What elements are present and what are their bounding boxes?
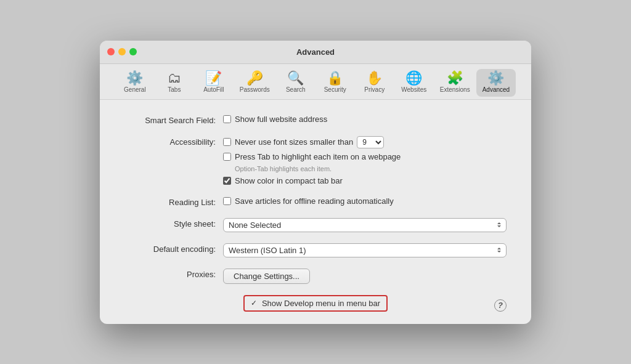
toolbar-label-websites: Websites: [401, 86, 426, 93]
font-size-label: Never use font sizes smaller than: [235, 137, 353, 147]
default-encoding-label: Default encoding:: [124, 243, 223, 254]
reading-list-row: Reading List: Save articles for offline …: [124, 196, 507, 207]
toolbar-item-security[interactable]: 🔒 Security: [316, 69, 355, 97]
toolbar: ⚙️ General 🗂 Tabs 📝 AutoFill 🔑 Passwords…: [100, 64, 531, 100]
offline-reading-label: Save articles for offline reading automa…: [235, 196, 394, 206]
advanced-icon: ⚙️: [487, 71, 504, 85]
general-icon: ⚙️: [126, 71, 143, 85]
maximize-button[interactable]: [129, 48, 137, 55]
toolbar-item-general[interactable]: ⚙️ General: [115, 69, 155, 97]
show-full-address-checkbox[interactable]: [223, 115, 231, 123]
smart-search-row: Smart Search Field: Show full website ad…: [124, 115, 507, 125]
toolbar-item-tabs[interactable]: 🗂 Tabs: [155, 69, 194, 97]
accessibility-label: Accessibility:: [124, 136, 223, 147]
toolbar-label-autofill: AutoFill: [203, 86, 224, 93]
preferences-window: Advanced ⚙️ General 🗂 Tabs 📝 AutoFill 🔑 …: [100, 41, 531, 324]
color-compact-checkbox[interactable]: [223, 177, 231, 185]
title-bar: Advanced: [100, 41, 531, 64]
default-encoding-select[interactable]: Western (ISO Latin 1): [223, 243, 507, 257]
toolbar-label-tabs: Tabs: [168, 86, 181, 93]
offline-reading-row: Save articles for offline reading automa…: [223, 196, 507, 206]
accessibility-content: Never use font sizes smaller than 9 10 1…: [223, 136, 507, 185]
offline-reading-checkbox[interactable]: [223, 197, 231, 205]
toolbar-label-security: Security: [324, 86, 346, 93]
extensions-icon: 🧩: [447, 71, 463, 85]
show-full-address-label: Show full website address: [235, 115, 327, 124]
font-size-select[interactable]: 9 10 11 12: [357, 136, 384, 148]
style-sheet-content: None Selected: [223, 218, 507, 232]
passwords-icon: 🔑: [246, 71, 263, 85]
autofill-icon: 📝: [205, 71, 222, 85]
toolbar-item-advanced[interactable]: ⚙️ Advanced: [476, 69, 516, 97]
style-sheet-label: Style sheet:: [124, 218, 223, 229]
tabs-icon: 🗂: [168, 71, 181, 85]
develop-menu-label: Show Develop menu in menu bar: [262, 299, 380, 308]
toolbar-label-extensions: Extensions: [440, 86, 470, 93]
toolbar-label-general: General: [124, 86, 146, 93]
show-full-address-row: Show full website address: [223, 115, 507, 124]
websites-icon: 🌐: [405, 71, 422, 85]
settings-content: Smart Search Field: Show full website ad…: [100, 100, 531, 324]
toolbar-item-privacy[interactable]: ✋ Privacy: [355, 69, 394, 97]
develop-menu-row: ✓ Show Develop menu in menu bar ?: [124, 295, 507, 312]
color-compact-row: Show color in compact tab bar: [223, 176, 507, 185]
press-tab-label: Press Tab to highlight each item on a we…: [235, 152, 401, 161]
toolbar-label-advanced: Advanced: [482, 86, 510, 93]
traffic-lights: [107, 48, 137, 55]
reading-list-content: Save articles for offline reading automa…: [223, 196, 507, 206]
press-tab-row: Press Tab to highlight each item on a we…: [223, 152, 507, 161]
change-settings-button[interactable]: Change Settings...: [223, 269, 310, 284]
default-encoding-content: Western (ISO Latin 1): [223, 243, 507, 257]
help-button[interactable]: ?: [494, 299, 507, 312]
press-tab-checkbox[interactable]: [223, 153, 231, 161]
minimize-button[interactable]: [118, 48, 126, 55]
window-title: Advanced: [296, 47, 335, 57]
default-encoding-row: Default encoding: Western (ISO Latin 1): [124, 243, 507, 257]
develop-checkbox-container: ✓ Show Develop menu in menu bar: [243, 295, 388, 312]
toolbar-label-privacy: Privacy: [364, 86, 385, 93]
develop-checkmark: ✓: [251, 299, 257, 307]
toolbar-item-search[interactable]: 🔍 Search: [276, 69, 316, 97]
font-size-checkbox[interactable]: [223, 138, 231, 146]
accessibility-row: Accessibility: Never use font sizes smal…: [124, 136, 507, 185]
privacy-icon: ✋: [366, 71, 383, 85]
style-sheet-row: Style sheet: None Selected: [124, 218, 507, 232]
close-button[interactable]: [107, 48, 115, 55]
security-icon: 🔒: [327, 71, 343, 85]
reading-list-label: Reading List:: [124, 196, 223, 207]
proxies-row: Proxies: Change Settings...: [124, 269, 507, 284]
toolbar-label-passwords: Passwords: [240, 86, 270, 93]
proxies-label: Proxies:: [124, 269, 223, 279]
toolbar-item-passwords[interactable]: 🔑 Passwords: [234, 69, 276, 97]
color-compact-label: Show color in compact tab bar: [235, 176, 343, 185]
font-size-row: Never use font sizes smaller than 9 10 1…: [223, 136, 507, 148]
proxies-content: Change Settings...: [223, 269, 507, 284]
toolbar-label-search: Search: [286, 86, 306, 93]
smart-search-content: Show full website address: [223, 115, 507, 124]
style-sheet-select[interactable]: None Selected: [223, 218, 507, 232]
smart-search-label: Smart Search Field:: [124, 115, 223, 125]
option-tab-hint: Option-Tab highlights each item.: [235, 165, 507, 172]
toolbar-item-autofill[interactable]: 📝 AutoFill: [194, 69, 234, 97]
toolbar-item-extensions[interactable]: 🧩 Extensions: [434, 69, 476, 97]
search-icon: 🔍: [287, 71, 304, 85]
toolbar-item-websites[interactable]: 🌐 Websites: [394, 69, 434, 97]
